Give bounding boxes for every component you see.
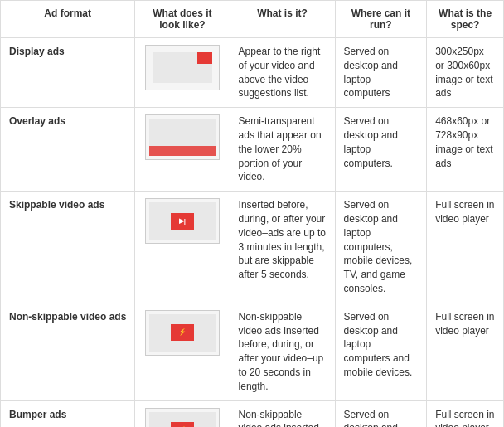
ad-spec: 300x250px or 300x60px image or text ads xyxy=(427,38,504,108)
ad-format-name: Non-skippable video ads xyxy=(1,303,135,400)
ad-description: Inserted before, during, or after your v… xyxy=(230,192,335,303)
ad-spec: 468x60px or 728x90px image or text ads xyxy=(427,108,504,192)
col-header-format: Ad format xyxy=(1,1,135,38)
col-header-what: What is it? xyxy=(230,1,335,38)
table-row: Display adsAppear to the right of your v… xyxy=(1,38,504,108)
ad-where: Served on desktop and laptop computers. xyxy=(335,108,427,192)
ad-spec: Full screen in video player xyxy=(427,303,504,400)
table-row: Skippable video ads▶|Inserted before, du… xyxy=(1,192,504,303)
ad-spec: Full screen in video player xyxy=(427,192,504,303)
ad-where: Served on desktop and laptop computers a… xyxy=(335,400,427,427)
ad-spec: Full screen in video player xyxy=(427,400,504,427)
table-row: Non-skippable video ads⚡Non-skippable vi… xyxy=(1,303,504,400)
col-header-look: What does it look like? xyxy=(135,1,230,38)
ad-where: Served on desktop and laptop computers, … xyxy=(335,192,427,303)
col-header-where: Where can it run? xyxy=(335,1,427,38)
table-row: Overlay adsSemi-transparent ads that app… xyxy=(1,108,504,192)
ad-description: Semi-transparent ads that appear on the … xyxy=(230,108,335,192)
ad-thumbnail-cell: ▶| xyxy=(135,192,230,303)
ad-where: Served on desktop and laptop computers xyxy=(335,38,427,108)
ad-format-name: Display ads xyxy=(1,38,135,108)
ad-format-name: Bumper ads xyxy=(1,400,135,427)
table-row: Bumper ads⚡Non-skippable video ads inser… xyxy=(1,400,504,427)
ad-where: Served on desktop and laptop computers a… xyxy=(335,303,427,400)
ad-description: Non-skippable video ads inserted before,… xyxy=(230,303,335,400)
ad-description: Appear to the right of your video and ab… xyxy=(230,38,335,108)
ad-format-name: Overlay ads xyxy=(1,108,135,192)
ad-thumbnail-cell: ⚡ xyxy=(135,303,230,400)
ad-description: Non-skippable video ads inserted before … xyxy=(230,400,335,427)
ad-format-name: Skippable video ads xyxy=(1,192,135,303)
ad-thumbnail-cell xyxy=(135,108,230,192)
ad-thumbnail-cell: ⚡ xyxy=(135,400,230,427)
ad-thumbnail-cell xyxy=(135,38,230,108)
col-header-spec: What is the spec? xyxy=(427,1,504,38)
